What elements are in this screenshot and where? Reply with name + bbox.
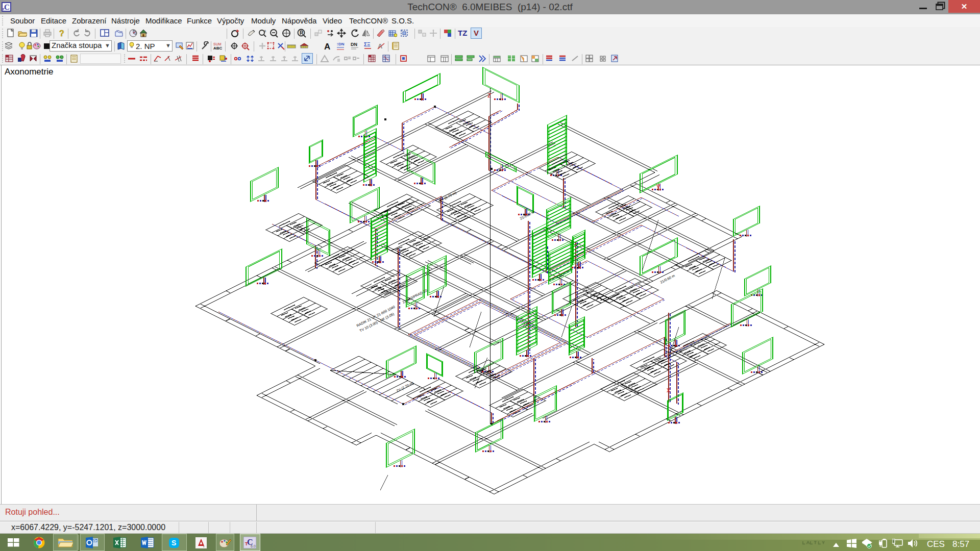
svg-text:z: z <box>487 90 492 99</box>
svg-text:ΣΞ: ΣΞ <box>364 42 371 47</box>
svg-text:y: y <box>656 181 660 190</box>
svg-text:1: 1 <box>59 55 62 59</box>
svg-text:?: ? <box>59 29 64 38</box>
svg-text:x: x <box>667 385 671 394</box>
svg-text:21/0.60 m: 21/0.60 m <box>659 273 675 284</box>
svg-text:T: T <box>245 541 248 546</box>
svg-text:6.0: 6.0 <box>251 544 256 548</box>
svg-text:↕DN: ↕DN <box>336 42 345 46</box>
svg-text:A: A <box>324 42 330 51</box>
svg-text:ABC: ABC <box>213 46 222 51</box>
svg-text:SUM: SUM <box>213 42 222 46</box>
svg-text:ZV (2.70 m): ZV (2.70 m) <box>396 381 414 393</box>
svg-text:±: ± <box>264 29 266 33</box>
svg-text:DN: DN <box>351 42 357 47</box>
svg-text:R: R <box>300 30 304 36</box>
svg-text:S: S <box>172 539 176 547</box>
